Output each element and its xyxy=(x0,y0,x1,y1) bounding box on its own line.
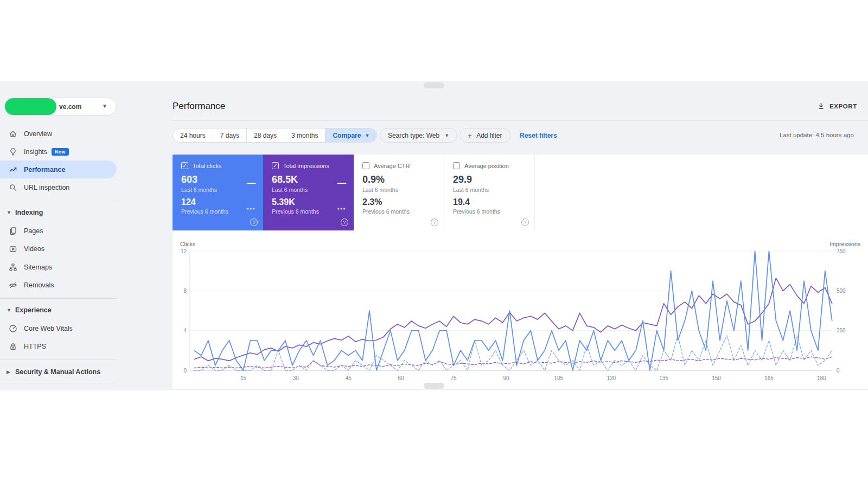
help-icon[interactable]: ? xyxy=(521,219,529,226)
home-icon xyxy=(9,130,17,138)
sidebar-item-insights[interactable]: Insights New xyxy=(0,143,117,160)
metric-card-total-clicks[interactable]: ✓ Total clicks 603 Last 6 months 124 Pre… xyxy=(173,155,263,230)
sidebar-item-label: Sitemaps xyxy=(24,264,52,271)
sidebar-divider xyxy=(0,202,117,202)
scrollbar-handle-bottom[interactable] xyxy=(424,383,444,389)
page-title: Performance xyxy=(173,101,225,112)
range-24-hours[interactable]: 24 hours xyxy=(173,129,213,142)
help-icon[interactable]: ? xyxy=(431,219,438,226)
sidebar-item-overview[interactable]: Overview xyxy=(0,125,117,143)
compare-label: Compare xyxy=(333,132,361,139)
caret-down-icon: ▼ xyxy=(444,133,449,138)
plus-icon: + xyxy=(468,131,472,140)
metric-card-average-ctr[interactable]: Average CTR 0.9% Last 6 months 2.3% Prev… xyxy=(354,155,444,230)
svg-text:Clicks: Clicks xyxy=(180,241,195,247)
svg-text:4: 4 xyxy=(183,328,187,333)
svg-text:750: 750 xyxy=(837,248,846,254)
help-icon[interactable]: ? xyxy=(250,219,258,226)
range-28-days[interactable]: 28 days xyxy=(247,129,284,142)
export-button[interactable]: EXPORT xyxy=(817,102,857,110)
search-type-filter[interactable]: Search type: Web ▼ xyxy=(380,128,457,143)
caret-right-icon: ▶ xyxy=(7,369,12,375)
svg-text:75: 75 xyxy=(450,375,457,381)
checkbox-unchecked-icon[interactable] xyxy=(453,162,460,169)
help-icon[interactable]: ? xyxy=(341,219,348,226)
metric-card-average-position[interactable]: Average position 29.9 Last 6 months 19.4… xyxy=(444,155,535,230)
svg-text:8: 8 xyxy=(183,288,187,294)
performance-card: ✓ Total clicks 603 Last 6 months 124 Pre… xyxy=(173,155,868,389)
lock-icon xyxy=(9,342,17,351)
metric-period-previous: Previous 6 months xyxy=(272,208,346,215)
sidebar-item-pages[interactable]: Pages xyxy=(0,222,117,240)
export-label: EXPORT xyxy=(829,103,857,110)
metric-period-current: Last 6 months xyxy=(362,187,436,193)
checkbox-unchecked-icon[interactable] xyxy=(362,162,369,169)
checkbox-checked-icon[interactable]: ✓ xyxy=(181,162,188,169)
sidebar-item-url-inspection[interactable]: URL inspection xyxy=(0,179,117,197)
sidebar-item-label: Pages xyxy=(24,227,43,235)
sidebar-section-indexing[interactable]: ▼ Indexing xyxy=(0,206,117,219)
metric-value-current: 603 xyxy=(181,174,256,185)
sidebar-item-label: HTTPS xyxy=(24,343,46,350)
caret-down-icon: ▼ xyxy=(7,307,12,313)
section-label: Indexing xyxy=(15,209,43,216)
property-logo xyxy=(5,98,56,115)
sidebar-divider xyxy=(0,383,117,383)
svg-text:135: 135 xyxy=(659,375,668,381)
sidebar-item-label: Overview xyxy=(24,130,52,138)
chevron-down-icon: ▼ xyxy=(102,103,107,109)
section-label: Security & Manual Actions xyxy=(15,368,100,376)
metric-label: Total clicks xyxy=(193,163,221,169)
metric-value-current: 29.9 xyxy=(453,174,527,185)
range-3-months[interactable]: 3 months xyxy=(284,129,326,142)
sidebar-item-label: Insights xyxy=(24,148,47,156)
svg-text:12: 12 xyxy=(181,248,187,254)
metric-period-previous: Previous 6 months xyxy=(181,208,256,215)
sidebar-item-sitemaps[interactable]: Sitemaps xyxy=(0,258,117,276)
eye-off-icon xyxy=(9,281,17,290)
date-range-control: 24 hours 7 days 28 days 3 months Compare… xyxy=(173,128,377,143)
sidebar-item-performance[interactable]: Performance xyxy=(0,160,117,178)
sidebar-item-label: Videos xyxy=(24,245,44,253)
overflow-menu-icon[interactable]: ⋯ xyxy=(246,203,256,214)
add-filter-button[interactable]: + Add filter xyxy=(459,128,510,143)
metric-period-current: Last 6 months xyxy=(181,187,256,193)
no-change-indicator: — xyxy=(337,178,346,188)
lightbulb-icon xyxy=(9,147,17,156)
metric-period-current: Last 6 months xyxy=(453,187,527,193)
metric-value-current: 68.5K xyxy=(272,174,346,185)
reset-filters-button[interactable]: Reset filters xyxy=(520,132,557,139)
svg-text:120: 120 xyxy=(607,375,616,381)
metric-card-total-impressions[interactable]: ✓ Total impressions 68.5K Last 6 months … xyxy=(263,155,354,230)
metric-label: Average position xyxy=(464,163,509,169)
svg-text:0: 0 xyxy=(183,368,187,374)
sidebar-item-https[interactable]: HTTPS xyxy=(0,338,117,356)
sidebar-item-removals[interactable]: Removals xyxy=(0,277,117,294)
sidebar-item-label: Performance xyxy=(24,166,65,174)
sidebar-section-experience[interactable]: ▼ Experience xyxy=(0,304,117,317)
sidebar-section-security[interactable]: ▶ Security & Manual Actions xyxy=(0,365,117,378)
last-update-text: Last update: 4.5 hours ago xyxy=(780,132,854,138)
range-7-days[interactable]: 7 days xyxy=(213,129,247,142)
video-icon xyxy=(9,245,17,253)
checkbox-checked-icon[interactable]: ✓ xyxy=(272,162,279,169)
sidebar-item-label: Core Web Vitals xyxy=(24,325,73,332)
metric-value-current: 0.9% xyxy=(362,174,436,185)
property-selector[interactable]: ve.com ▼ xyxy=(4,98,117,115)
sidebar-divider xyxy=(0,359,117,360)
metric-value-previous: 5.39K xyxy=(272,197,346,207)
scrollbar-handle-top[interactable] xyxy=(424,82,444,88)
overflow-menu-icon[interactable]: ⋯ xyxy=(337,203,346,214)
svg-text:90: 90 xyxy=(503,375,509,381)
svg-text:105: 105 xyxy=(554,375,563,381)
svg-text:250: 250 xyxy=(837,328,846,333)
pages-icon xyxy=(9,227,17,235)
compare-button[interactable]: Compare ▼ xyxy=(326,129,376,142)
svg-text:180: 180 xyxy=(817,375,826,381)
metric-period-previous: Previous 6 months xyxy=(453,208,527,215)
sidebar-item-videos[interactable]: Videos xyxy=(0,240,117,258)
metric-value-previous: 2.3% xyxy=(362,197,436,207)
add-filter-label: Add filter xyxy=(476,132,502,139)
sidebar-item-core-web-vitals[interactable]: Core Web Vitals xyxy=(0,319,117,337)
svg-text:45: 45 xyxy=(346,375,352,381)
